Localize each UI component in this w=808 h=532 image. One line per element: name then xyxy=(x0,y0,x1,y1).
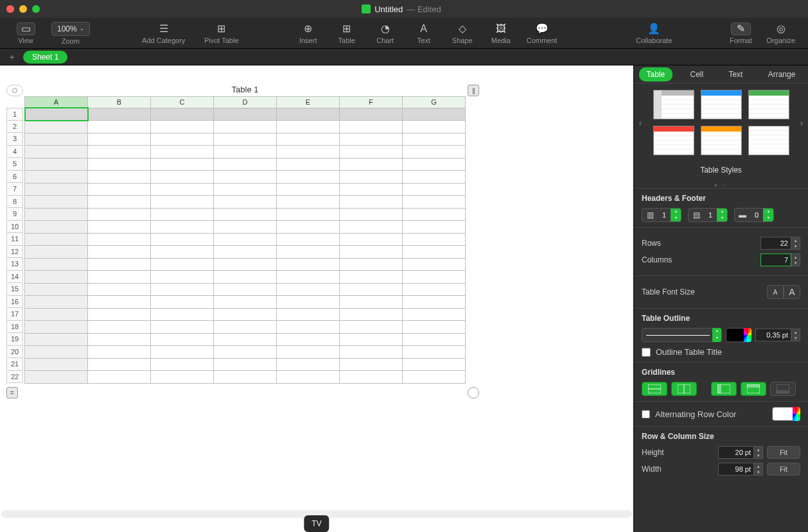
row-header[interactable]: 13 xyxy=(6,258,23,271)
cell[interactable] xyxy=(25,308,88,321)
cell[interactable] xyxy=(214,333,277,346)
cell[interactable] xyxy=(403,296,466,309)
cell[interactable] xyxy=(151,183,214,196)
cell[interactable] xyxy=(340,208,403,221)
cell[interactable] xyxy=(214,146,277,159)
header-columns-stepper[interactable]: ▥1▴▾ xyxy=(642,208,681,222)
height-fit-button[interactable]: Fit xyxy=(767,446,800,459)
row-header[interactable]: 12 xyxy=(6,246,23,259)
cell[interactable] xyxy=(25,333,88,346)
gridlines-body-h-button[interactable] xyxy=(642,382,667,396)
cell[interactable] xyxy=(151,133,214,146)
organize-button[interactable]: ◎ Organize xyxy=(766,22,795,44)
row-header[interactable]: 9 xyxy=(6,208,23,221)
cell[interactable] xyxy=(25,158,88,171)
table-title[interactable]: Table 1 xyxy=(25,83,466,96)
cell[interactable] xyxy=(214,258,277,271)
cell[interactable] xyxy=(151,146,214,159)
cell[interactable] xyxy=(25,371,88,384)
cell[interactable] xyxy=(214,233,277,246)
cell[interactable] xyxy=(151,208,214,221)
cell[interactable] xyxy=(25,208,88,221)
cell[interactable] xyxy=(340,308,403,321)
cell[interactable] xyxy=(88,271,151,284)
cell[interactable] xyxy=(277,233,340,246)
column-header[interactable]: D xyxy=(214,96,277,108)
rows-stepper[interactable]: ▴▾ xyxy=(760,237,800,250)
cell[interactable] xyxy=(277,208,340,221)
add-category-button[interactable]: ☰ Add Category xyxy=(141,22,186,44)
cell[interactable] xyxy=(214,196,277,209)
cell[interactable] xyxy=(214,283,277,296)
cell[interactable] xyxy=(25,183,88,196)
cell[interactable] xyxy=(151,271,214,284)
cell[interactable] xyxy=(214,308,277,321)
cell[interactable] xyxy=(151,158,214,171)
cell[interactable] xyxy=(277,221,340,234)
font-smaller-button[interactable]: A xyxy=(767,285,784,299)
cell[interactable] xyxy=(403,158,466,171)
cell[interactable] xyxy=(403,133,466,146)
cell[interactable] xyxy=(214,246,277,259)
add-sheet-button[interactable]: ＋ xyxy=(5,51,18,64)
cell[interactable] xyxy=(214,271,277,284)
header-rows-stepper[interactable]: ▤1▴▾ xyxy=(688,208,728,222)
cell[interactable] xyxy=(151,171,214,184)
table-style-green[interactable] xyxy=(748,90,789,119)
cell[interactable] xyxy=(151,308,214,321)
row-header[interactable]: 18 xyxy=(6,321,23,334)
cell[interactable] xyxy=(25,346,88,359)
column-header[interactable]: C xyxy=(151,96,214,108)
cell[interactable] xyxy=(403,183,466,196)
cell[interactable] xyxy=(340,121,403,133)
cell[interactable] xyxy=(403,258,466,271)
cell[interactable] xyxy=(214,296,277,309)
cell[interactable] xyxy=(88,333,151,346)
shape-button[interactable]: ◇ Shape xyxy=(450,22,475,44)
row-header[interactable]: 17 xyxy=(6,308,23,321)
cell[interactable] xyxy=(403,221,466,234)
format-button[interactable]: ✎ Format xyxy=(728,22,753,44)
cell[interactable] xyxy=(340,171,403,184)
cell[interactable] xyxy=(277,333,340,346)
cell[interactable] xyxy=(403,246,466,259)
text-button[interactable]: A Text xyxy=(411,22,437,44)
styles-next-button[interactable]: › xyxy=(795,118,808,128)
cell[interactable] xyxy=(214,346,277,359)
cell[interactable] xyxy=(25,121,88,133)
insert-button[interactable]: ⊕ Insert xyxy=(295,22,321,44)
columns-input[interactable] xyxy=(760,253,791,266)
height-stepper[interactable]: ▴▾ xyxy=(718,446,763,459)
cell[interactable] xyxy=(88,246,151,259)
cell[interactable] xyxy=(340,221,403,234)
cell[interactable] xyxy=(340,108,403,121)
cell[interactable] xyxy=(151,321,214,334)
cell[interactable] xyxy=(151,233,214,246)
cell[interactable] xyxy=(151,333,214,346)
cell[interactable] xyxy=(151,346,214,359)
add-row-handle[interactable]: = xyxy=(6,387,18,399)
cell[interactable] xyxy=(340,321,403,334)
row-header[interactable]: 22 xyxy=(6,371,23,384)
width-stepper[interactable]: ▴▾ xyxy=(718,463,763,476)
cell[interactable] xyxy=(277,183,340,196)
row-header[interactable]: 5 xyxy=(6,158,23,171)
cell[interactable] xyxy=(277,271,340,284)
sheet-tab[interactable]: Sheet 1 xyxy=(23,51,67,64)
cell[interactable] xyxy=(277,133,340,146)
cell[interactable] xyxy=(214,158,277,171)
cell[interactable] xyxy=(277,258,340,271)
cell[interactable] xyxy=(403,121,466,133)
cell[interactable] xyxy=(88,296,151,309)
cell[interactable] xyxy=(88,221,151,234)
cell[interactable] xyxy=(403,146,466,159)
gridlines-footer-button[interactable] xyxy=(770,382,796,396)
alt-row-color-well[interactable] xyxy=(772,407,800,421)
cell[interactable] xyxy=(340,258,403,271)
chart-button[interactable]: ◔ Chart xyxy=(373,22,398,44)
font-larger-button[interactable]: A xyxy=(784,285,800,299)
row-header[interactable]: 16 xyxy=(6,296,23,309)
row-header[interactable]: 1 xyxy=(6,108,23,121)
cell[interactable] xyxy=(88,308,151,321)
cell[interactable] xyxy=(25,171,88,184)
